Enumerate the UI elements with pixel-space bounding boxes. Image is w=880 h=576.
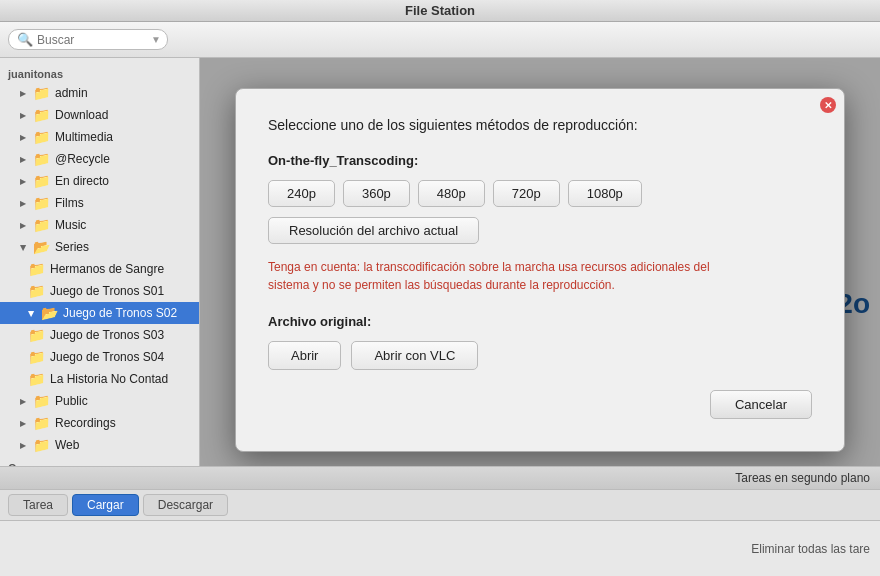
triangle-icon: ▶ [20,177,26,186]
resolution-buttons: 240p 360p 480p 720p 1080p [268,180,812,207]
triangle-icon: ▶ [20,89,26,98]
tab-descargar[interactable]: Descargar [143,494,228,516]
sidebar-item-label: Series [55,240,89,254]
sidebar-item-label: La Historia No Contad [50,372,168,386]
modal-warning-text: Tenga en cuenta: la transcodificación so… [268,258,748,294]
app-window: File Station 🔍 ▼ juanitonas ▶ 📁 admin ▶ … [0,0,880,576]
sidebar-item-recordings[interactable]: ▶ 📁 Recordings [0,412,199,434]
bottom-action-text: Eliminar todas las tare [751,542,870,556]
sidebar-item-recycle[interactable]: ▶ 📁 @Recycle [0,148,199,170]
sidebar-item-label: Juego de Tronos S02 [63,306,177,320]
triangle-icon: ▶ [19,244,28,250]
sidebar-item-label: Public [55,394,88,408]
modal-dialog: ✕ Seleccione uno de los siguientes métod… [235,88,845,452]
folder-icon: 📂 [33,239,50,255]
bottom-panel: Tareas en segundo plano Tarea Cargar Des… [0,466,880,576]
file-area: hard-h2o .com ✕ Seleccione uno de los si… [200,58,880,466]
folder-icon: 📁 [28,283,45,299]
action-buttons: Abrir Abrir con VLC [268,341,812,370]
current-resolution-button[interactable]: Resolución del archivo actual [268,217,479,244]
sidebar-item-label: Juego de Tronos S03 [50,328,164,342]
folder-icon: 📁 [33,129,50,145]
tab-cargar[interactable]: Cargar [72,494,139,516]
search-bar[interactable]: 🔍 ▼ [8,29,168,50]
res-720p-button[interactable]: 720p [493,180,560,207]
triangle-icon: ▶ [20,397,26,406]
sidebar-item-download[interactable]: ▶ 📁 Download [0,104,199,126]
sidebar-item-jts04[interactable]: 📁 Juego de Tronos S04 [0,346,199,368]
folder-icon: 📁 [33,151,50,167]
res-480p-button[interactable]: 480p [418,180,485,207]
sidebar-item-endirecto[interactable]: ▶ 📁 En directo [0,170,199,192]
modal-close-button[interactable]: ✕ [820,97,836,113]
sidebar-item-jts02[interactable]: ▶ 📂 Juego de Tronos S02 [0,302,199,324]
folder-icon: 📁 [33,437,50,453]
bottom-tabs: Tarea Cargar Descargar [0,490,880,521]
bottom-panel-title: Tareas en segundo plano [0,467,880,490]
folder-icon: 📁 [33,415,50,431]
sidebar-item-hermanos[interactable]: 📁 Hermanos de Sangre [0,258,199,280]
open-vlc-button[interactable]: Abrir con VLC [351,341,478,370]
sidebar-item-label: @Recycle [55,152,110,166]
sidebar-item-label: Juego de Tronos S01 [50,284,164,298]
triangle-icon: ▶ [20,419,26,428]
search-icon: 🔍 [17,32,33,47]
res-1080p-button[interactable]: 1080p [568,180,642,207]
cancel-button[interactable]: Cancelar [710,390,812,419]
res-240p-button[interactable]: 240p [268,180,335,207]
folder-icon: 📁 [28,261,45,277]
search-input[interactable] [37,33,147,47]
sidebar-item-label: Hermanos de Sangre [50,262,164,276]
sidebar-item-label: Music [55,218,86,232]
sidebar-item-label: Download [55,108,108,122]
res-360p-button[interactable]: 360p [343,180,410,207]
sidebar-item-music[interactable]: ▶ 📁 Music [0,214,199,236]
modal-footer: Cancelar [268,390,812,427]
sidebar-item-admin[interactable]: ▶ 📁 admin [0,82,199,104]
open-button[interactable]: Abrir [268,341,341,370]
sidebar-item-label: Multimedia [55,130,113,144]
search-dropdown-icon[interactable]: ▼ [151,34,161,45]
title-bar-text: File Station [405,3,475,18]
folder-icon: 📁 [33,107,50,123]
modal-overlay: ✕ Seleccione uno de los siguientes métod… [200,58,880,466]
main-content: juanitonas ▶ 📁 admin ▶ 📁 Download ▶ 📁 Mu… [0,58,880,466]
sidebar-item-label: En directo [55,174,109,188]
sidebar-item-films[interactable]: ▶ 📁 Films [0,192,199,214]
triangle-icon: ▶ [20,221,26,230]
title-bar: File Station [0,0,880,22]
original-file-label: Archivo original: [268,314,812,329]
sidebar-item-label: Web [55,438,79,452]
sidebar-user-header: juanitonas [0,62,199,82]
triangle-icon: ▶ [20,441,26,450]
sidebar-item-label: admin [55,86,88,100]
sidebar-item-label: Recordings [55,416,116,430]
sidebar-item-web[interactable]: ▶ 📁 Web [0,434,199,456]
folder-icon: 📁 [33,393,50,409]
folder-icon: 📁 [33,217,50,233]
modal-title: Seleccione uno de los siguientes métodos… [268,117,812,133]
tab-tarea[interactable]: Tarea [8,494,68,516]
folder-icon: 📁 [28,327,45,343]
sidebar-item-label: Juego de Tronos S04 [50,350,164,364]
sidebar-item-jts03[interactable]: 📁 Juego de Tronos S03 [0,324,199,346]
sidebar-item-lahistoria[interactable]: 📁 La Historia No Contad [0,368,199,390]
sidebar-item-jts01[interactable]: 📁 Juego de Tronos S01 [0,280,199,302]
sidebar-item-public[interactable]: ▶ 📁 Public [0,390,199,412]
bottom-content: Eliminar todas las tare [0,521,880,576]
sidebar-item-multimedia[interactable]: ▶ 📁 Multimedia [0,126,199,148]
triangle-icon: ▶ [20,111,26,120]
folder-icon: 📁 [33,195,50,211]
folder-icon: 📁 [28,349,45,365]
sidebar-item-series[interactable]: ▶ 📂 Series [0,236,199,258]
triangle-icon: ▶ [20,199,26,208]
modal-body: Seleccione uno de los siguientes métodos… [236,89,844,451]
folder-icon: 📁 [33,85,50,101]
toolbar: 🔍 ▼ [0,22,880,58]
triangle-icon: ▶ [27,310,36,316]
triangle-icon: ▶ [20,155,26,164]
triangle-icon: ▶ [20,133,26,142]
folder-icon: 📁 [28,371,45,387]
transcoding-label: On-the-fly_Transcoding: [268,153,812,168]
sidebar-qsync-header: Qsync [0,456,199,466]
